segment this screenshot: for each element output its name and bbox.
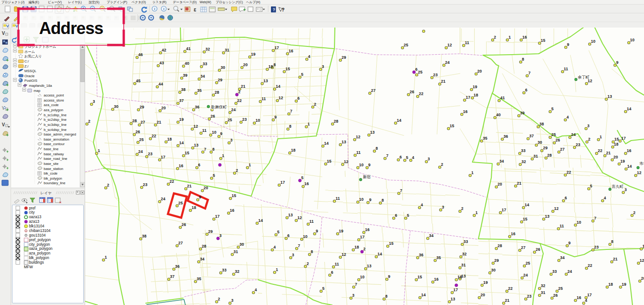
svg-text:8: 8: [611, 239, 614, 244]
svg-text:39: 39: [520, 111, 525, 115]
svg-text:30: 30: [114, 104, 119, 109]
svg-text:base_road_line: base_road_line: [44, 157, 67, 161]
svg-text:17: 17: [215, 214, 220, 219]
svg-text:?: ?: [282, 7, 285, 12]
svg-text:14: 14: [397, 118, 402, 123]
svg-text:14: 14: [525, 203, 529, 207]
svg-text:11: 11: [560, 224, 564, 228]
svg-text:ヘルプ(H): ヘルプ(H): [246, 0, 260, 4]
svg-text:gou13104: gou13104: [29, 233, 46, 237]
svg-text:8: 8: [522, 57, 524, 62]
svg-text:20: 20: [243, 62, 248, 67]
svg-text:base_line: base_line: [44, 147, 58, 151]
svg-text:1: 1: [249, 163, 251, 167]
svg-text:16: 16: [230, 208, 235, 213]
svg-text:10: 10: [360, 275, 365, 279]
svg-text:29: 29: [494, 258, 499, 263]
svg-text:33: 33: [552, 269, 557, 274]
svg-text:1: 1: [600, 135, 602, 139]
svg-text:aza_polygon: aza_polygon: [29, 251, 51, 255]
svg-text:11: 11: [356, 150, 361, 155]
svg-text:blk_code: blk_code: [44, 171, 58, 175]
svg-text:データベース(D): データベース(D): [173, 0, 197, 4]
svg-text:11: 11: [336, 196, 340, 201]
svg-text:25: 25: [404, 43, 408, 47]
svg-text:10: 10: [212, 130, 217, 135]
svg-text:Oracle: Oracle: [24, 74, 34, 78]
svg-text:38: 38: [181, 87, 186, 92]
svg-text:11: 11: [335, 262, 339, 266]
svg-text:13: 13: [643, 244, 644, 249]
svg-text:boundary_line: boundary_line: [44, 181, 65, 185]
svg-text:32: 32: [206, 47, 210, 51]
svg-text:12: 12: [342, 252, 346, 257]
svg-text:29: 29: [543, 146, 548, 150]
svg-text:16: 16: [523, 35, 527, 40]
svg-text:19: 19: [473, 85, 477, 89]
svg-text:3: 3: [230, 138, 233, 142]
svg-text:13: 13: [545, 214, 550, 219]
svg-text:28: 28: [132, 119, 137, 123]
svg-text:9: 9: [199, 195, 201, 199]
svg-text:26: 26: [136, 130, 140, 134]
svg-text:25: 25: [178, 201, 183, 205]
svg-text:30: 30: [491, 268, 496, 272]
svg-text:10: 10: [630, 38, 635, 42]
svg-text:6: 6: [565, 196, 567, 200]
svg-text:city: city: [29, 210, 35, 215]
svg-text:ベクタ(O): ベクタ(O): [132, 0, 146, 4]
svg-text:21: 21: [241, 84, 246, 89]
svg-text:4: 4: [274, 245, 276, 249]
svg-text:10: 10: [591, 39, 596, 44]
svg-text:16: 16: [365, 227, 370, 232]
svg-text:5: 5: [407, 213, 409, 218]
svg-text:7: 7: [355, 282, 357, 287]
svg-text:14: 14: [324, 141, 329, 146]
svg-text:5: 5: [552, 107, 554, 111]
svg-text:46: 46: [138, 52, 143, 57]
svg-text:10: 10: [303, 234, 308, 239]
svg-text:4: 4: [421, 203, 423, 207]
svg-text:36: 36: [419, 253, 424, 257]
svg-text:25: 25: [558, 286, 563, 291]
svg-text:歌舞伎町: 歌舞伎町: [211, 105, 227, 109]
svg-text:chiban13104: chiban13104: [29, 229, 51, 233]
svg-text:23: 23: [527, 294, 532, 299]
svg-text:14: 14: [627, 107, 632, 111]
svg-text:ビュー(V): ビュー(V): [48, 0, 62, 4]
svg-text:2: 2: [363, 247, 366, 251]
svg-text:32: 32: [541, 283, 546, 288]
svg-text:24: 24: [571, 132, 576, 137]
svg-text:35: 35: [197, 277, 201, 281]
svg-text:34: 34: [560, 255, 565, 260]
svg-text:4: 4: [567, 115, 569, 119]
svg-text:?: ?: [273, 7, 276, 12]
svg-text:38: 38: [540, 122, 544, 126]
svg-text:26: 26: [211, 114, 215, 119]
svg-text:5: 5: [301, 175, 304, 180]
svg-text:17: 17: [502, 208, 506, 212]
svg-text:3: 3: [292, 253, 294, 257]
svg-text:34: 34: [201, 74, 205, 79]
svg-text:27: 27: [141, 120, 145, 124]
svg-text:1: 1: [105, 255, 107, 260]
svg-text:2: 2: [588, 137, 591, 141]
svg-text:b_sc1disp_line: b_sc1disp_line: [44, 113, 67, 117]
svg-text:17: 17: [281, 180, 285, 185]
svg-text:31: 31: [541, 290, 546, 295]
svg-text:ホーム: ホーム: [24, 50, 35, 54]
svg-text:blk_polygon: blk_polygon: [29, 256, 49, 260]
svg-text:23: 23: [242, 117, 247, 122]
svg-text:9: 9: [388, 274, 391, 279]
svg-text:2: 2: [307, 261, 309, 266]
svg-text:40: 40: [185, 61, 190, 66]
svg-text:13: 13: [264, 79, 268, 83]
svg-text:7: 7: [290, 109, 293, 113]
svg-text:プロセッシング(C): プロセッシング(C): [216, 0, 243, 4]
svg-text:3: 3: [231, 298, 234, 303]
svg-text:15: 15: [418, 275, 422, 279]
svg-text:19: 19: [339, 229, 344, 233]
svg-text:43: 43: [160, 61, 164, 65]
svg-text:お気に入り: お気に入り: [24, 54, 42, 58]
svg-text:16: 16: [511, 232, 516, 236]
